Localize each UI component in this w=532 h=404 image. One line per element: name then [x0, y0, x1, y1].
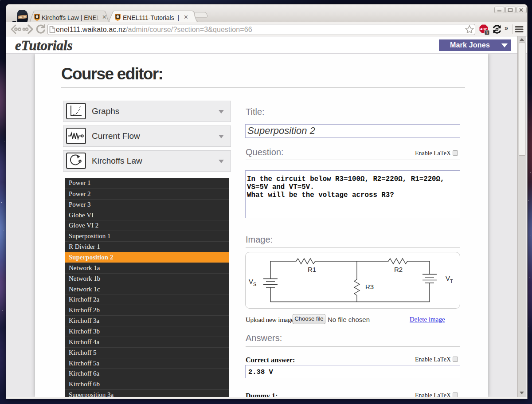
- svg-text:1: 1: [486, 31, 488, 35]
- svg-text:V: V: [249, 278, 253, 285]
- svg-text:S: S: [253, 282, 256, 287]
- svg-text:R1: R1: [308, 266, 316, 273]
- svg-text:V: V: [446, 275, 450, 282]
- svg-text:T: T: [450, 278, 453, 284]
- svg-text:R3: R3: [365, 283, 374, 290]
- svg-text:R2: R2: [394, 266, 403, 273]
